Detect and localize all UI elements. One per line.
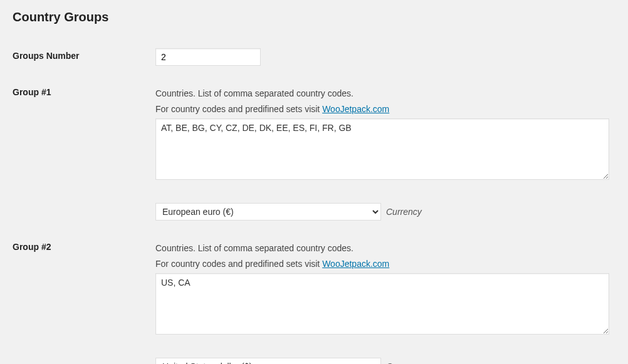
group-1-help-link[interactable]: WooJetpack.com bbox=[322, 104, 389, 114]
section-heading: Country Groups bbox=[13, 6, 615, 28]
group-2-currency-select[interactable]: United States dollar ($) bbox=[155, 358, 381, 364]
group-2-label: Group #2 bbox=[13, 231, 155, 346]
group-1-help-prefix: For country codes and predifined sets vi… bbox=[155, 104, 322, 114]
group-2-help-line1: Countries. List of comma separated count… bbox=[155, 242, 609, 255]
group-2-help-link[interactable]: WooJetpack.com bbox=[322, 259, 389, 269]
group-1-countries-textarea[interactable] bbox=[155, 118, 609, 180]
group-1-label: Group #1 bbox=[13, 76, 155, 192]
group-2-currency-label: Currency bbox=[386, 361, 422, 364]
group-1-help-line1: Countries. List of comma separated count… bbox=[155, 87, 609, 100]
group-2-help-prefix: For country codes and predifined sets vi… bbox=[155, 259, 322, 269]
group-1-currency-label: Currency bbox=[386, 207, 422, 217]
groups-number-label: Groups Number bbox=[13, 41, 155, 76]
settings-form: Groups Number Group #1 Countries. List o… bbox=[13, 41, 615, 364]
group-2-countries-textarea[interactable] bbox=[155, 273, 609, 335]
group-1-currency-select[interactable]: European euro (€) bbox=[155, 203, 381, 221]
group-2-help-line2: For country codes and predifined sets vi… bbox=[155, 257, 609, 271]
groups-number-input[interactable] bbox=[155, 48, 261, 66]
group-1-help-line2: For country codes and predifined sets vi… bbox=[155, 103, 609, 116]
